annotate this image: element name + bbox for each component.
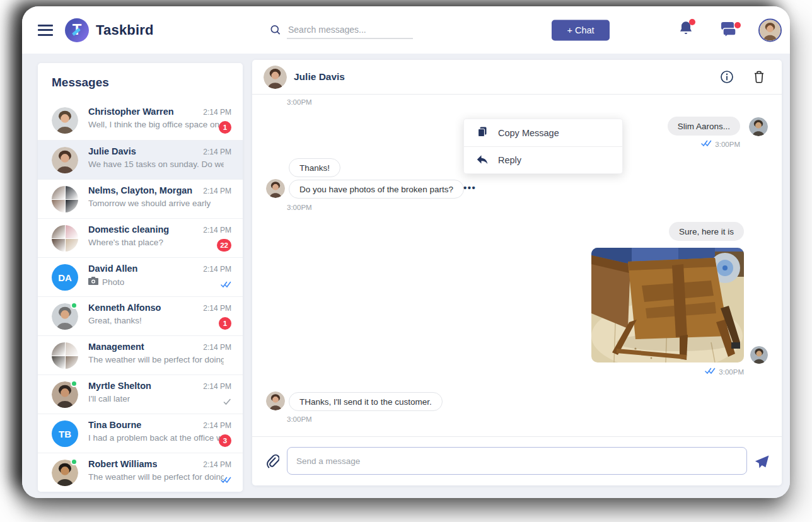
menu-item-copy-message[interactable]: Copy Message: [464, 119, 622, 146]
conversation-name: Nelms, Clayton, Morgan: [88, 185, 192, 195]
unread-badge: 22: [217, 239, 231, 252]
group-avatar: [52, 186, 78, 212]
conversation-list: Christopher Warren Well, I think the big…: [38, 101, 243, 492]
sent-single-check-icon: [223, 397, 231, 408]
camera-icon: [88, 277, 98, 287]
conversation-time: 2:14 PM: [203, 265, 231, 274]
new-chat-button[interactable]: + Chat: [552, 20, 610, 40]
own-avatar: [749, 117, 768, 136]
initials-avatar: DA: [52, 264, 78, 291]
message-meta: 3:00PM: [705, 368, 744, 376]
conversation-time: 2:14 PM: [203, 148, 231, 156]
incoming-message-bubble[interactable]: THanks, I'll send it to the customer.: [289, 392, 443, 411]
search-icon: [269, 23, 282, 38]
conversation-name: Julie Davis: [88, 146, 136, 156]
conversation-row-nelms-clayton-morgan[interactable]: Nelms, Clayton, Morgan Tomorrow we shoul…: [38, 179, 243, 218]
initials-avatar: TB: [52, 420, 78, 447]
app-window: T Taskbird + Chat Me: [22, 6, 790, 498]
message-preview: We have 15 tasks on sunday. Do we...: [88, 160, 224, 169]
read-double-check-icon: [221, 279, 231, 291]
online-status-dot: [71, 458, 78, 465]
avatar: [52, 147, 78, 173]
conversation-name: Kenneth Alfonso: [88, 303, 161, 313]
notifications-bell-icon[interactable]: [678, 20, 694, 40]
message-context-menu: Copy Message Reply: [463, 119, 623, 174]
message-meta: 3:00PM: [701, 140, 740, 148]
conversation-time: 2:14 PM: [203, 226, 231, 235]
info-icon[interactable]: [720, 70, 734, 86]
unread-badge: 3: [219, 434, 231, 447]
message-composer: [252, 436, 782, 485]
conversation-time: 2:14 PM: [203, 187, 231, 195]
brand[interactable]: T Taskbird: [65, 18, 154, 42]
conversation-time: 2:14 PM: [203, 382, 231, 391]
read-double-check-icon: [705, 368, 716, 376]
conversation-row-christopher-warren[interactable]: Christopher Warren Well, I think the big…: [38, 101, 243, 140]
conversation-row-myrtle-shelton[interactable]: Myrtle Shelton I'll call later 2:14 PM: [38, 374, 243, 414]
user-avatar[interactable]: [758, 18, 782, 42]
conversation-time: 2:14 PM: [203, 421, 231, 430]
taskbird-logo-icon: T: [65, 18, 89, 42]
messages-bubbles-icon[interactable]: [719, 21, 738, 40]
outgoing-message-bubble[interactable]: Slim Aarons...: [668, 117, 740, 136]
avatar: [52, 107, 78, 134]
message-preview: Tomorrow we should arrive early: [88, 199, 211, 208]
message-more-options-icon[interactable]: •••: [463, 182, 476, 193]
conversation-time: 2:14 PM: [203, 304, 231, 313]
conversation-name: Management: [88, 342, 144, 352]
send-message-icon[interactable]: [753, 453, 770, 473]
conversation-row-kenneth-alfonso[interactable]: Kenneth Alfonso Great, thanks! 2:14 PM 1: [38, 296, 243, 335]
message-preview: Great, thanks!: [88, 316, 142, 325]
read-double-check-icon: [221, 475, 231, 486]
conversation-row-david-allen[interactable]: DA David Allen Photo 2:14 PM: [38, 257, 243, 296]
message-preview: The weather will be perfect for doing th…: [88, 355, 224, 364]
unread-badge: 1: [219, 121, 231, 134]
chat-partner-avatar[interactable]: [264, 66, 287, 89]
messages-dot: [734, 22, 741, 28]
chat-title: Julie Davis: [294, 71, 345, 83]
conversation-name: Tina Bourne: [88, 420, 141, 430]
app-body: Messages Christopher Warren Well, I thin…: [22, 54, 790, 498]
conversation-row-management[interactable]: Management The weather will be perfect f…: [38, 335, 243, 374]
message-preview: Photo: [88, 277, 124, 287]
online-status-dot: [71, 302, 78, 309]
conversation-name: Robert Williams: [88, 459, 157, 469]
message-preview: I'll call later: [88, 394, 130, 403]
brand-name: Taskbird: [96, 22, 154, 38]
delete-conversation-icon[interactable]: [753, 70, 765, 86]
conversation-name: Myrtle Shelton: [88, 381, 151, 391]
conversations-sidebar: Messages Christopher Warren Well, I thin…: [38, 63, 243, 492]
chat-partner-avatar: [266, 392, 285, 410]
message-time: 3:00PM: [287, 98, 312, 106]
message-input[interactable]: [287, 447, 747, 475]
search: [269, 21, 413, 38]
top-navbar: T Taskbird + Chat: [22, 6, 790, 54]
messages-pane: 3:00PM Slim Aarons... 3:00PM Copy: [252, 95, 782, 436]
conversation-name: Domestic cleaning: [88, 224, 169, 235]
incoming-message-bubble[interactable]: Do you have photos of the broken parts?: [289, 180, 464, 199]
hamburger-menu-icon[interactable]: [38, 25, 53, 36]
message-preview: I had a problem back at the office w...: [88, 433, 224, 443]
copy-icon: [477, 126, 488, 139]
photo-attachment[interactable]: [591, 248, 744, 362]
message-preview: Well, I think the big office space on ..…: [88, 120, 224, 129]
group-avatar: [52, 342, 78, 369]
outgoing-message-bubble[interactable]: Sure, here it is: [669, 222, 744, 241]
menu-item-reply[interactable]: Reply: [464, 146, 622, 173]
message-time: 3:00PM: [287, 415, 312, 423]
chat-panel: Julie Davis 3:00PM Slim Aarons...: [252, 60, 782, 485]
conversation-row-robert-williams[interactable]: Robert Williams The weather will be perf…: [38, 453, 243, 492]
conversation-name: David Allen: [88, 264, 137, 274]
attachment-paperclip-icon[interactable]: [265, 453, 279, 472]
search-input[interactable]: [287, 21, 413, 38]
conversation-time: 2:14 PM: [203, 460, 231, 469]
conversation-row-domestic-cleaning[interactable]: Domestic cleaning Where's that place? 2:…: [38, 218, 243, 257]
chat-partner-avatar: [266, 179, 285, 198]
conversation-row-tina-bourne[interactable]: TB Tina Bourne I had a problem back at t…: [38, 414, 243, 453]
conversation-row-julie-davis[interactable]: Julie Davis We have 15 tasks on sunday. …: [38, 140, 243, 179]
unread-badge: 1: [219, 317, 231, 330]
message-preview: Where's that place?: [88, 238, 163, 247]
chat-header: Julie Davis: [252, 60, 782, 95]
incoming-message-bubble[interactable]: Thanks!: [289, 158, 340, 177]
read-double-check-icon: [701, 140, 712, 148]
